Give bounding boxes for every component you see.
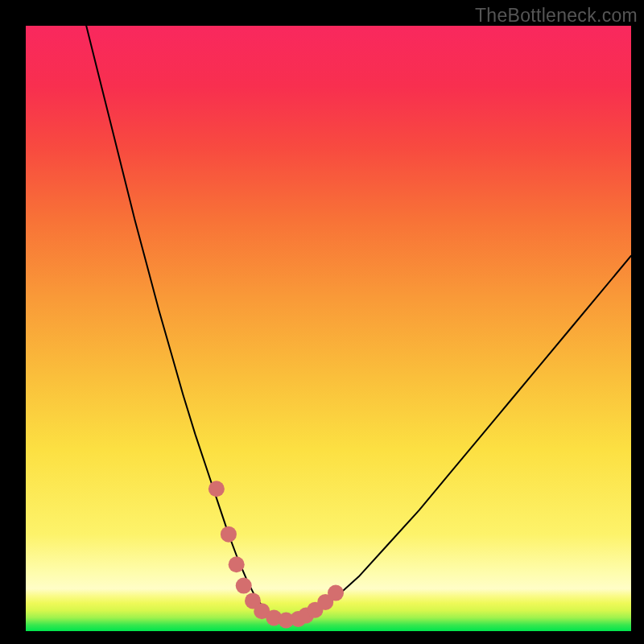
watermark-text: TheBottleneck.com	[475, 5, 638, 27]
highlight-dot	[221, 526, 237, 543]
highlight-dot	[208, 481, 225, 497]
highlight-dot	[236, 578, 252, 594]
plot-area	[26, 26, 631, 631]
highlight-dot	[229, 556, 245, 572]
curve-path	[86, 26, 631, 621]
chart-frame: TheBottleneck.com	[0, 0, 644, 644]
highlight-dot	[328, 585, 344, 601]
chart-svg	[26, 26, 631, 631]
